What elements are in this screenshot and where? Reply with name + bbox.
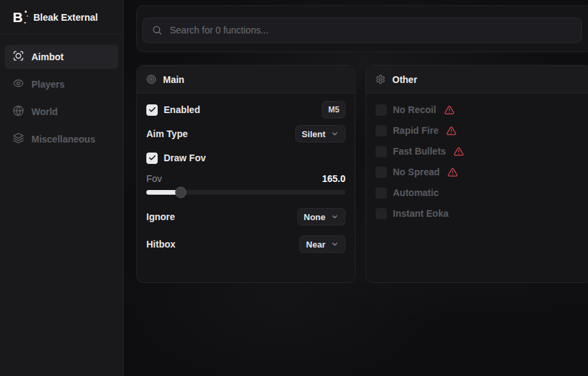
no-recoil-checkbox[interactable] [376, 104, 387, 116]
automatic-row: Automatic [376, 184, 582, 201]
main-panel-title: Main [163, 74, 184, 85]
enabled-row: Enabled M5 [146, 101, 345, 118]
logo-glitch-pixel [24, 22, 26, 23]
ignore-select[interactable]: None [297, 208, 346, 225]
fast-bullets-label: Fast Bullets [393, 146, 446, 157]
sidebar-nav: Aimbot Players World [0, 35, 123, 161]
fov-value: 165.0 [322, 173, 345, 184]
sidebar-item-label: World [31, 106, 57, 117]
sidebar-item-label: Aimbot [31, 52, 63, 62]
layers-icon [13, 132, 24, 146]
main-panel-body: Enabled M5 Aim Type Silent D [137, 94, 355, 260]
hitbox-select[interactable]: Near [299, 236, 345, 253]
main-content: Main Enabled M5 Aim Type Silent [124, 0, 588, 376]
main-panel: Main Enabled M5 Aim Type Silent [136, 65, 355, 283]
aim-type-label: Aim Type [146, 128, 188, 139]
hitbox-value: Near [306, 240, 325, 250]
sidebar-item-aimbot[interactable]: Aimbot [5, 45, 118, 69]
search-box[interactable] [142, 17, 582, 43]
sidebar-item-label: Miscellaneous [31, 134, 96, 145]
logo-glitch-pixel [25, 11, 27, 13]
aim-type-value: Silent [302, 129, 325, 139]
automatic-label: Automatic [393, 187, 438, 198]
logo-letter: B [13, 9, 22, 25]
sidebar-header: B Bleak External [0, 0, 123, 35]
globe-icon [13, 105, 24, 118]
fov-row: Fov 165.0 [146, 172, 345, 185]
fast-bullets-row: Fast Bullets [376, 143, 582, 160]
enabled-keybind-button[interactable]: M5 [322, 101, 345, 118]
sidebar-item-miscellaneous[interactable]: Miscellaneous [5, 127, 118, 151]
draw-fov-label: Draw Fov [164, 153, 206, 163]
no-spread-checkbox[interactable] [376, 167, 387, 178]
logo-glitch-pixel [27, 15, 28, 17]
other-panel-header: Other [366, 66, 588, 94]
ignore-value: None [304, 212, 326, 222]
other-panel-body: No Recoil Rapid Fire Fast Bullets [366, 94, 588, 233]
other-panel-title: Other [392, 74, 417, 85]
search-input[interactable] [170, 25, 573, 35]
fov-label: Fov [146, 173, 162, 184]
search-panel [136, 5, 588, 52]
rapid-fire-checkbox[interactable] [376, 125, 387, 136]
warning-triangle-icon [454, 147, 464, 157]
chevron-down-icon [331, 240, 339, 248]
instant-eoka-checkbox[interactable] [376, 208, 387, 219]
no-recoil-label: No Recoil [393, 104, 436, 115]
sidebar-item-players[interactable]: Players [5, 72, 118, 96]
ignore-row: Ignore None [146, 208, 345, 225]
fov-slider-thumb[interactable] [175, 187, 186, 198]
no-spread-row: No Spread [376, 163, 582, 181]
rapid-fire-row: Rapid Fire [376, 122, 582, 139]
hitbox-label: Hitbox [146, 239, 176, 250]
search-icon [152, 25, 162, 35]
other-panel: Other No Recoil Rapid Fire Fast Bullets [365, 65, 588, 283]
warning-triangle-icon [448, 167, 458, 177]
sidebar: B Bleak External Aimbot Playe [0, 0, 124, 376]
chevron-down-icon [331, 130, 339, 138]
enabled-label: Enabled [164, 104, 200, 115]
no-spread-label: No Spread [393, 167, 440, 177]
crosshair-scan-icon [13, 50, 24, 64]
gear-icon [376, 74, 386, 84]
app-title: Bleak External [33, 12, 98, 23]
instant-eoka-label: Instant Eoka [393, 208, 448, 219]
eye-icon [13, 78, 24, 91]
enabled-checkbox[interactable] [146, 104, 158, 116]
ignore-label: Ignore [146, 211, 175, 222]
sidebar-item-label: Players [31, 79, 65, 90]
no-recoil-row: No Recoil [376, 101, 582, 118]
instant-eoka-row: Instant Eoka [376, 205, 582, 222]
hitbox-row: Hitbox Near [146, 236, 345, 253]
sidebar-item-world[interactable]: World [5, 100, 118, 124]
warning-triangle-icon [446, 126, 456, 136]
fov-slider[interactable] [146, 187, 345, 198]
app-logo: B [9, 9, 25, 25]
automatic-checkbox[interactable] [376, 187, 387, 199]
rapid-fire-label: Rapid Fire [393, 125, 438, 136]
draw-fov-checkbox[interactable] [146, 153, 158, 164]
chevron-down-icon [331, 213, 339, 221]
target-icon [146, 74, 156, 84]
aim-type-row: Aim Type Silent [146, 125, 345, 143]
draw-fov-row: Draw Fov [146, 149, 345, 167]
aim-type-select[interactable]: Silent [295, 125, 345, 143]
main-panel-header: Main [137, 66, 355, 94]
warning-triangle-icon [444, 105, 454, 115]
fast-bullets-checkbox[interactable] [376, 146, 387, 157]
